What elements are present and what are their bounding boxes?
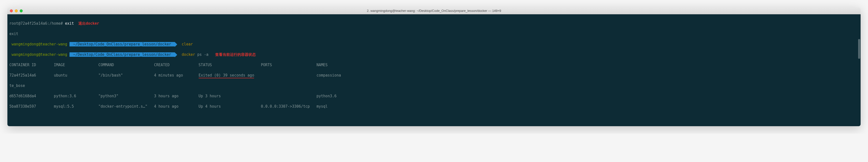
command-args: ps -a xyxy=(195,52,209,57)
annotation: 查看当前运行的容器状态 xyxy=(209,52,256,57)
traffic-lights xyxy=(10,9,23,12)
terminal-window: 2. wangmingdong@teacher-wang: ~/Desktop/… xyxy=(7,7,861,126)
annotation: 退出docker xyxy=(74,21,99,26)
prompt-user: wangmingdong@teacher-wang xyxy=(9,42,69,47)
table-row: 5ba87338e597 mysql:5.5 "docker-entrypoin… xyxy=(9,104,859,109)
command-text: docker xyxy=(177,52,195,57)
cell-ports xyxy=(254,73,316,78)
terminal-line: root@72a4f25a14a6:/home# exit 退出docker xyxy=(9,21,859,26)
table-row-wrap: te_bose xyxy=(9,83,859,88)
cell-status: Exited (0) 39 seconds ago xyxy=(199,73,254,78)
maximize-icon[interactable] xyxy=(20,9,23,12)
scrollbar[interactable] xyxy=(858,39,860,59)
table-row: d657d6168da4 python:3.6 "python3" 3 hour… xyxy=(9,93,859,99)
close-icon[interactable] xyxy=(10,9,13,12)
prompt-user: wangmingdong@teacher-wang xyxy=(9,52,69,57)
terminal-line: wangmingdong@teacher-wang ~/Desktop/Code… xyxy=(9,42,859,47)
cell-names: compassiona xyxy=(316,73,341,78)
title-bar[interactable]: 2. wangmingdong@teacher-wang: ~/Desktop/… xyxy=(7,7,861,14)
cell-container-id: 72a4f25a14a6 xyxy=(9,73,54,78)
output-text: exit xyxy=(9,32,18,36)
terminal-line: exit xyxy=(9,31,859,36)
cell-created: 4 minutes ago xyxy=(154,73,199,78)
command-text: exit xyxy=(65,21,74,26)
chevron-right-icon xyxy=(175,52,177,57)
terminal-line: wangmingdong@teacher-wang ~/Desktop/Code… xyxy=(9,52,859,57)
cell-command: "/bin/bash" xyxy=(98,73,154,78)
terminal-body[interactable]: root@72a4f25a14a6:/home# exit 退出docker e… xyxy=(7,14,861,126)
window-title: 2. wangmingdong@teacher-wang: ~/Desktop/… xyxy=(367,9,501,12)
prompt: root@72a4f25a14a6:/home# xyxy=(9,21,65,26)
table-header: CONTAINER ID IMAGE COMMAND CREATED STATU… xyxy=(9,62,859,68)
prompt-path: ~/Desktop/Code_OnClass/prepare_lesson/do… xyxy=(69,52,175,57)
chevron-right-icon xyxy=(175,42,177,47)
minimize-icon[interactable] xyxy=(15,9,18,12)
prompt-path: ~/Desktop/Code_OnClass/prepare_lesson/do… xyxy=(69,42,175,47)
cell-image: ubuntu xyxy=(54,73,99,78)
table-row: 72a4f25a14a6 ubuntu "/bin/bash" 4 minute… xyxy=(9,73,859,78)
command-text: clear xyxy=(177,42,193,47)
